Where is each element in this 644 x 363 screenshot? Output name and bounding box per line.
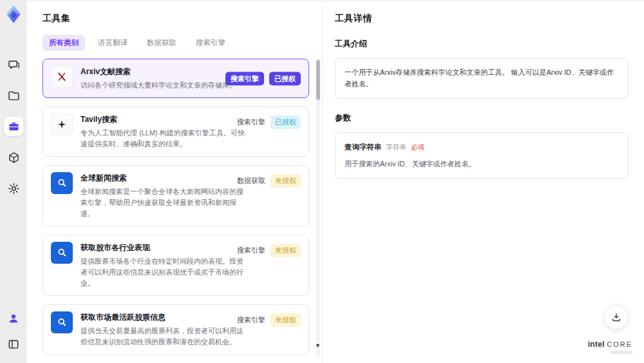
intro-box: 一个用于从Arxiv存储库搜索科学论文和文章的工具。 输入可以是Arxiv ID… bbox=[335, 58, 629, 99]
news-search-icon bbox=[51, 172, 73, 194]
tab-all-categories[interactable]: 所有类别 bbox=[43, 35, 85, 51]
tool-description: 提供当天交易量最高的股票列表，投资者可以利用这些信息来识别流动性强的股票和潜在的… bbox=[80, 326, 245, 348]
auth-badge: 未授权 bbox=[270, 174, 301, 188]
icon-rail bbox=[0, 0, 27, 363]
auth-badge: 未授权 bbox=[270, 313, 301, 327]
tool-card-tavily[interactable]: Tavily搜索 专为人工智能代理 (LLM) 构建的搜索引擎工具。可快速提供实… bbox=[43, 106, 309, 157]
intro-heading: 工具介绍 bbox=[335, 39, 629, 50]
panel-toggle-icon[interactable] bbox=[4, 335, 23, 354]
download-icon bbox=[611, 311, 622, 323]
folder-icon[interactable] bbox=[4, 86, 23, 105]
tool-name: 全球新闻搜索 bbox=[80, 173, 245, 184]
app-logo-icon bbox=[3, 3, 24, 25]
tool-card-active-stocks[interactable]: 获取市场最活跃股票信息 提供当天交易量最高的股票列表，投资者可以利用这些信息来识… bbox=[43, 304, 309, 355]
news-search-icon bbox=[51, 242, 73, 264]
tool-card-sector-performance[interactable]: 获取股市各行业表现 提供股票市场各个行业在特定时间段内的表现。投资者可以利用这些… bbox=[43, 235, 309, 296]
category-badge: 搜索引擎 bbox=[225, 72, 264, 85]
category-label: 搜索引擎 bbox=[237, 315, 265, 325]
tool-detail-panel: 工具详情 工具介绍 一个用于从Arxiv存储库搜索科学论文和文章的工具。 输入可… bbox=[323, 0, 644, 363]
toolbox-icon[interactable] bbox=[4, 117, 23, 136]
scrollbar-thumb[interactable] bbox=[316, 60, 320, 100]
list-scrollbar[interactable]: ▼ bbox=[316, 59, 320, 358]
tool-card-global-news[interactable]: 全球新闻搜索 全球新闻搜索是一个聚合全球各大新闻网站内容的搜索引擎，帮助用户快速… bbox=[43, 165, 309, 226]
param-name: 查询字符串 bbox=[345, 141, 382, 153]
scroll-down-icon[interactable]: ▼ bbox=[315, 342, 321, 349]
tab-data-acquisition[interactable]: 数据获取 bbox=[140, 35, 183, 51]
tool-description: 访问各个研究领域大量科学论文和文章的存储库。 bbox=[80, 80, 236, 91]
auth-badge: 已授权 bbox=[270, 115, 301, 129]
auth-badge: 未授权 bbox=[270, 244, 301, 257]
tab-search-engine[interactable]: 搜索引擎 bbox=[189, 35, 232, 51]
tool-name: 获取市场最活跃股票信息 bbox=[80, 312, 245, 323]
tool-description: 提供股票市场各个行业在特定时间段内的表现。投资者可以利用这些信息来识别表现优于或… bbox=[80, 256, 245, 289]
tool-name: 获取股市各行业表现 bbox=[80, 242, 245, 253]
tool-list-panel: 工具集 所有类别 语言翻译 数据获取 搜索引擎 Arxiv文献搜索 访问各个研究… bbox=[27, 0, 323, 363]
brand-intel: intel bbox=[588, 340, 605, 349]
intro-text: 一个用于从Arxiv存储库搜索科学论文和文章的工具。 输入可以是Arxiv ID… bbox=[345, 68, 614, 88]
brand-core: CORE bbox=[607, 340, 632, 348]
category-tabs: 所有类别 语言翻译 数据获取 搜索引擎 bbox=[43, 35, 308, 51]
tool-name: Arxiv文献搜索 bbox=[80, 66, 236, 77]
tool-card-arxiv[interactable]: Arxiv文献搜索 访问各个研究领域大量科学论文和文章的存储库。 搜索引擎 已授… bbox=[43, 59, 309, 98]
cube-icon[interactable] bbox=[4, 148, 23, 167]
page-title: 工具集 bbox=[43, 13, 308, 25]
tool-name: Tavily搜索 bbox=[80, 114, 245, 125]
download-button[interactable] bbox=[604, 305, 629, 329]
tab-language-translation[interactable]: 语言翻译 bbox=[91, 35, 134, 51]
param-card: 查询字符串 字符串 必填 用于搜索的Arxiv ID、关键字或作者姓名。 bbox=[335, 132, 629, 179]
auth-badge: 已授权 bbox=[269, 72, 301, 85]
news-search-icon bbox=[51, 311, 73, 333]
gear-icon[interactable] bbox=[4, 179, 23, 198]
param-required-badge: 必填 bbox=[411, 142, 424, 153]
sparkle-icon bbox=[51, 113, 73, 135]
param-type: 字符串 bbox=[386, 142, 407, 153]
arxiv-icon bbox=[51, 66, 73, 88]
params-heading: 参数 bbox=[335, 113, 629, 124]
tool-description: 全球新闻搜索是一个聚合全球各大新闻网站内容的搜索引擎，帮助用户快速获取全球最新资… bbox=[80, 186, 245, 219]
scrollbar-track[interactable] bbox=[316, 59, 320, 358]
brand-sub-mark bbox=[611, 351, 632, 354]
tool-list: Arxiv文献搜索 访问各个研究领域大量科学论文和文章的存储库。 搜索引擎 已授… bbox=[43, 59, 309, 363]
detail-title: 工具详情 bbox=[335, 13, 629, 25]
category-label: 搜索引擎 bbox=[237, 246, 265, 255]
intel-core-logo: intel CORE bbox=[588, 340, 632, 354]
category-label: 数据获取 bbox=[237, 176, 265, 186]
tool-description: 专为人工智能代理 (LLM) 构建的搜索引擎工具。可快速提供实时、准确和真实的结… bbox=[80, 128, 245, 150]
param-description: 用于搜索的Arxiv ID、关键字或作者姓名。 bbox=[345, 159, 619, 170]
category-label: 搜索引擎 bbox=[237, 117, 265, 127]
chat-icon[interactable] bbox=[4, 55, 23, 74]
user-icon[interactable] bbox=[4, 309, 23, 328]
